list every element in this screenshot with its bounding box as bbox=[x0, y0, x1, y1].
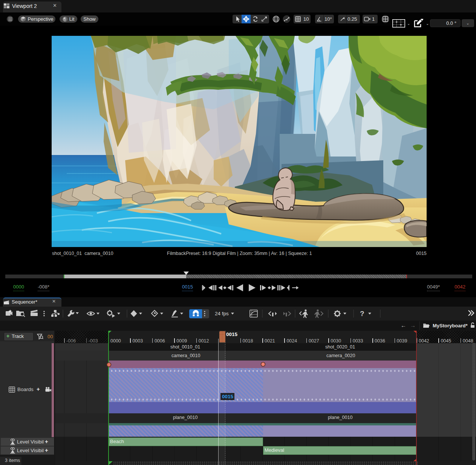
svg-text:24 fps: 24 fps bbox=[215, 311, 229, 316]
svg-text:?: ? bbox=[360, 310, 364, 318]
